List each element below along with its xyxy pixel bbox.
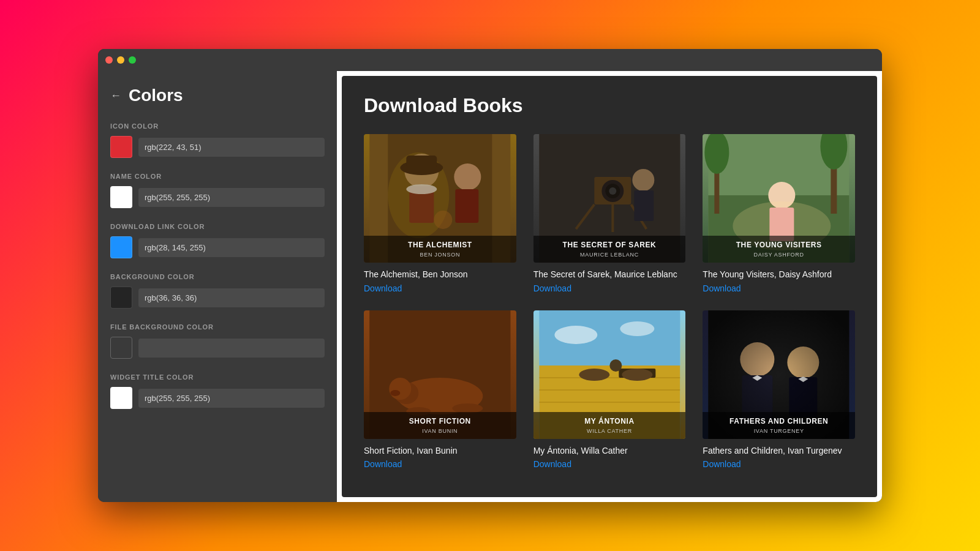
book-cover-title: MY ÁNTONIA [541,417,679,427]
close-button[interactable] [105,56,113,64]
icon-color-input[interactable] [138,138,325,157]
book-cover-overlay: MY ÁNTONIA WILLA CATHER [533,412,686,439]
main-title: Download Books [364,94,855,117]
sidebar-header: ← Colors [110,86,325,105]
book-download-link[interactable]: Download [533,283,686,293]
icon-color-swatch[interactable] [110,136,132,158]
window-body: ← Colors ICON COLOR NAME COLOR [98,71,882,502]
icon-color-section: ICON COLOR [110,122,325,158]
svg-point-50 [622,369,652,381]
book-cover-overlay: THE YOUNG VISITERS DAISY ASHFORD [703,236,855,263]
book-cover: MY ÁNTONIA WILLA CATHER [533,310,686,439]
book-cover-overlay: FATHERS AND CHILDREN IVAN TURGENEY [703,412,855,439]
svg-point-49 [579,369,609,381]
main-inner: Download Books [342,76,877,497]
book-cover-overlay: THE SECRET OF SAREK MAURICE LEBLANC [533,236,686,263]
book-cover-overlay: THE ALCHEMIST BEN JONSON [364,236,516,263]
name-color-section: NAME COLOR [110,173,325,208]
widget-title-color-section: WIDGET TITLE COLOR [110,373,325,409]
book-download-link[interactable]: Download [703,459,855,469]
name-color-label: NAME COLOR [110,173,325,180]
maximize-button[interactable] [129,56,136,64]
file-background-color-section: FILE BACKGROUND COLOR [110,323,325,359]
book-cover-author: DAISY ASHFORD [710,252,848,258]
file-background-color-label: FILE BACKGROUND COLOR [110,323,325,331]
background-color-row [110,287,325,309]
svg-point-41 [554,326,597,344]
book-cover-author: MAURICE LEBLANC [541,252,679,258]
download-link-color-label: DOWNLOAD LINK COLOR [110,223,325,230]
book-cover-author: IVAN BUNIN [371,428,509,434]
book-cover-title: THE SECRET OF SAREK [541,241,679,250]
background-color-input[interactable] [138,288,325,307]
book-cover-title: THE ALCHEMIST [371,241,509,250]
svg-point-48 [609,359,622,372]
minimize-button[interactable] [117,56,124,64]
app-window: ← Colors ICON COLOR NAME COLOR [98,49,882,502]
file-background-color-swatch[interactable] [110,337,132,359]
book-name: The Secret of Sarek, Maurice Leblanc [533,269,686,281]
book-name: My Ántonia, Willa Cather [533,445,686,457]
main-content: Download Books [337,71,882,502]
book-name: Short Fiction, Ivan Bunin [364,445,516,457]
download-link-color-input[interactable] [138,238,325,257]
name-color-row [110,186,325,208]
book-cover: SHORT FICTION IVAN BUNIN [364,310,516,439]
book-cover-title: THE YOUNG VISITERS [710,241,848,250]
book-name: The Alchemist, Ben Jonson [364,269,516,281]
book-cover-author: IVAN TURGENEY [710,428,848,434]
book-card: THE YOUNG VISITERS DAISY ASHFORD The You… [703,134,855,293]
book-download-link[interactable]: Download [533,459,686,469]
book-cover: THE ALCHEMIST BEN JONSON [364,134,516,263]
book-card: THE ALCHEMIST BEN JONSON The Alchemist, … [364,134,516,293]
book-cover: THE SECRET OF SAREK MAURICE LEBLANC [533,134,686,263]
widget-title-color-input[interactable] [138,389,325,408]
download-link-color-section: DOWNLOAD LINK COLOR [110,223,325,258]
widget-title-color-label: WIDGET TITLE COLOR [110,373,325,381]
book-cover-overlay: SHORT FICTION IVAN BUNIN [364,412,516,439]
svg-point-42 [620,321,654,336]
book-cover-title: FATHERS AND CHILDREN [710,417,848,427]
name-color-input[interactable] [138,188,325,207]
book-download-link[interactable]: Download [703,283,855,293]
back-button[interactable]: ← [110,89,121,102]
books-grid: THE ALCHEMIST BEN JONSON The Alchemist, … [364,134,855,469]
background-color-label: BACKGROUND COLOR [110,273,325,280]
book-card: THE SECRET OF SAREK MAURICE LEBLANC The … [533,134,686,293]
name-color-swatch[interactable] [110,186,132,208]
sidebar-title: Colors [129,86,183,105]
book-name: The Young Visiters, Daisy Ashford [703,269,855,281]
background-color-swatch[interactable] [110,287,132,309]
book-name: Fathers and Children, Ivan Turgenev [703,445,855,457]
book-download-link[interactable]: Download [364,283,516,293]
book-cover-author: BEN JONSON [371,252,509,258]
file-background-color-input[interactable] [138,339,325,358]
book-card: MY ÁNTONIA WILLA CATHER My Ántonia, Will… [533,310,686,470]
file-background-color-row [110,337,325,359]
background-color-section: BACKGROUND COLOR [110,273,325,309]
book-cover: FATHERS AND CHILDREN IVAN TURGENEY [703,310,855,439]
icon-color-label: ICON COLOR [110,122,325,130]
icon-color-row [110,136,325,158]
download-link-color-row [110,236,325,258]
widget-title-color-swatch[interactable] [110,387,132,409]
sidebar: ← Colors ICON COLOR NAME COLOR [98,71,337,502]
download-link-color-swatch[interactable] [110,236,132,258]
book-card: SHORT FICTION IVAN BUNIN Short Fiction, … [364,310,516,470]
traffic-lights [105,56,136,64]
book-cover-title: SHORT FICTION [371,417,509,427]
book-cover: THE YOUNG VISITERS DAISY ASHFORD [703,134,855,263]
widget-title-color-row [110,387,325,409]
book-download-link[interactable]: Download [364,459,516,469]
titlebar [98,49,882,71]
book-cover-author: WILLA CATHER [541,428,679,434]
book-card: FATHERS AND CHILDREN IVAN TURGENEY Fathe… [703,310,855,470]
